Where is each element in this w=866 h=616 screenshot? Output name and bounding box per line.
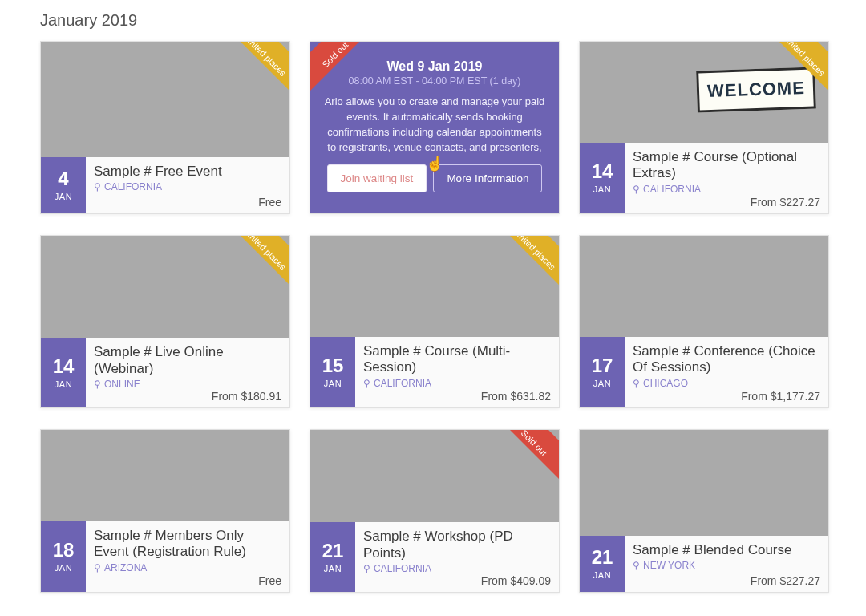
event-day: 14 [53,357,75,376]
event-location-label: CALIFORNIA [374,563,431,574]
event-datebox: 14 JAN [41,338,86,407]
event-location[interactable]: ⚲ NEW YORK [633,560,820,571]
event-location-label: ARIZONA [104,562,147,573]
event-month: JAN [55,192,72,201]
event-date: Wed 9 Jan 2019 [320,59,549,74]
event-title: Sample # Conference (Choice Of Sessions) [633,343,820,376]
event-datebox: 18 JAN [41,521,86,592]
event-info: 14 JAN Sample # Live Online (Webinar) ⚲ … [41,338,289,407]
event-location[interactable]: ⚲ CALIFORNIA [363,563,551,574]
event-price: From $180.91 [212,390,281,403]
event-price: From $227.27 [751,196,820,209]
event-card[interactable]: Limited places 14 JAN Sample # Live Onli… [40,235,290,408]
page-title: January 2019 [40,11,826,30]
event-title: Sample # Course (Optional Extras) [633,149,820,182]
event-info: 21 JAN Sample # Blended Course ⚲ NEW YOR… [580,536,828,592]
event-datebox: 4 JAN [41,157,86,213]
event-price: From $631.82 [481,390,551,403]
event-datebox: 21 JAN [310,522,355,592]
event-location[interactable]: ⚲ CALIFORNIA [633,184,820,195]
event-day: 21 [592,548,613,567]
event-price: From $1,177.27 [741,390,820,403]
event-info: 14 JAN Sample # Course (Optional Extras)… [580,143,828,213]
event-description: Arlo allows you to create and manage you… [320,95,549,155]
more-information-button[interactable]: More Information [433,164,542,192]
event-location-label: NEW YORK [643,560,695,571]
event-card[interactable]: 21 JAN Sample # Blended Course ⚲ NEW YOR… [579,429,829,593]
event-location[interactable]: ⚲ ONLINE [94,379,281,390]
event-card-expanded[interactable]: Sold out Wed 9 Jan 2019 08:00 AM EST - 0… [310,41,560,214]
event-datebox: 15 JAN [310,337,355,407]
event-month: JAN [593,570,611,580]
event-month: JAN [55,379,72,389]
event-info: 21 JAN Sample # Workshop (PD Points) ⚲ C… [310,522,559,592]
event-card[interactable]: 18 JAN Sample # Members Only Event (Regi… [40,429,290,593]
event-location[interactable]: ⚲ CHICAGO [633,378,820,389]
event-info: 18 JAN Sample # Members Only Event (Regi… [41,521,289,592]
welcome-sign: WELCOME [696,67,816,112]
event-location-label: CALIFORNIA [643,184,701,195]
event-title: Sample # Members Only Event (Registratio… [94,528,281,561]
event-datebox: 14 JAN [580,143,625,213]
event-title: Sample # Workshop (PD Points) [363,529,551,561]
event-location-label: CALIFORNIA [104,181,162,192]
event-info: 15 JAN Sample # Course (Multi-Session) ⚲… [310,337,559,407]
event-location-label: ONLINE [104,379,140,390]
event-card[interactable]: Limited places 4 JAN Sample # Free Event… [40,41,290,214]
event-card[interactable]: WELCOME Limited places 14 JAN Sample # C… [579,41,829,214]
event-day: 4 [58,169,68,188]
event-month: JAN [593,379,611,388]
event-day: 17 [592,356,613,375]
event-location[interactable]: ⚲ CALIFORNIA [363,378,551,389]
location-pin-icon: ⚲ [633,378,640,389]
event-price: From $227.27 [751,574,820,587]
event-location-label: CALIFORNIA [374,378,431,389]
event-datebox: 17 JAN [580,337,625,407]
event-time: 08:00 AM EST - 04:00 PM EST (1 day) [320,75,549,87]
event-card[interactable]: Sold out 21 JAN Sample # Workshop (PD Po… [310,429,560,593]
location-pin-icon: ⚲ [94,562,101,573]
location-pin-icon: ⚲ [633,560,640,571]
event-title: Sample # Live Online (Webinar) [94,344,281,377]
events-grid: Limited places 4 JAN Sample # Free Event… [40,41,826,593]
event-price: Free [258,196,281,209]
event-info: 17 JAN Sample # Conference (Choice Of Se… [580,337,828,407]
event-title: Sample # Free Event [94,164,281,180]
event-datebox: 21 JAN [580,536,625,592]
event-month: JAN [324,564,342,573]
event-location[interactable]: ⚲ CALIFORNIA [94,181,281,192]
event-day: 14 [592,162,613,181]
event-month: JAN [593,184,611,194]
event-info: 4 JAN Sample # Free Event ⚲ CALIFORNIA F… [41,157,289,213]
event-title: Sample # Course (Multi-Session) [363,343,551,376]
event-month: JAN [324,379,342,388]
join-waiting-list-button[interactable]: Join waiting list [327,164,427,192]
location-pin-icon: ⚲ [633,184,640,195]
event-card[interactable]: 17 JAN Sample # Conference (Choice Of Se… [579,235,829,408]
event-price: Free [258,574,281,587]
event-day: 18 [53,541,75,560]
event-price: From $409.09 [481,574,551,587]
location-pin-icon: ⚲ [94,181,101,192]
event-card[interactable]: Limited places 15 JAN Sample # Course (M… [310,235,560,408]
location-pin-icon: ⚲ [94,379,101,390]
event-month: JAN [55,563,72,573]
event-location[interactable]: ⚲ ARIZONA [94,562,281,573]
location-pin-icon: ⚲ [363,378,370,389]
event-location-label: CHICAGO [643,378,688,389]
event-day: 21 [322,541,344,561]
event-day: 15 [322,356,344,375]
location-pin-icon: ⚲ [363,563,370,574]
event-title: Sample # Blended Course [633,542,820,558]
